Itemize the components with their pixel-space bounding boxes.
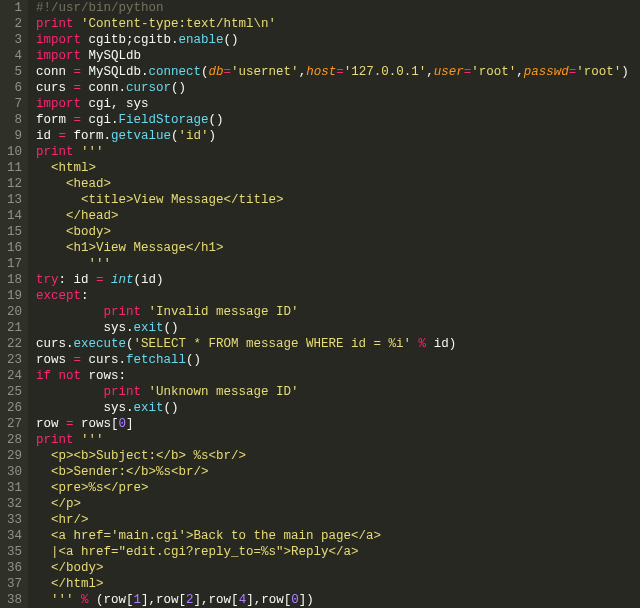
code-token: () (224, 33, 239, 47)
code-token: getvalue (111, 129, 171, 143)
line-number: 5 (4, 64, 22, 80)
code-editor[interactable]: 1234567891011121314151617181920212223242… (0, 0, 640, 608)
code-token: 'root' (471, 65, 516, 79)
code-token: <h1>View Message</h1> (36, 241, 224, 255)
code-line[interactable]: curs.execute('SELECT * FROM message WHER… (36, 336, 629, 352)
code-line[interactable]: <h1>View Message</h1> (36, 240, 629, 256)
code-token: #!/usr/bin/python (36, 1, 164, 15)
code-line[interactable]: curs = conn.cursor() (36, 80, 629, 96)
code-line[interactable]: <pre>%s</pre> (36, 480, 629, 496)
code-line[interactable]: </html> (36, 576, 629, 592)
code-token (51, 369, 59, 383)
code-token: % (81, 593, 89, 607)
code-token (74, 593, 82, 607)
code-token: = (224, 65, 232, 79)
code-token: cgi, sys (81, 97, 149, 111)
code-line[interactable]: <html> (36, 160, 629, 176)
code-token: = (59, 129, 67, 143)
line-number: 4 (4, 48, 22, 64)
code-token: ) (621, 65, 629, 79)
code-line[interactable]: <b>Sender:</b>%s<br/> (36, 464, 629, 480)
code-token: <p><b>Subject:</b> %s<br/> (36, 449, 246, 463)
code-token: 'SELECT * FROM message WHERE id = %i' (134, 337, 412, 351)
code-line[interactable]: conn = MySQLdb.connect(db='usernet',host… (36, 64, 629, 80)
code-line[interactable]: row = rows[0] (36, 416, 629, 432)
code-token: MySQLdb (81, 49, 141, 63)
code-line[interactable]: try: id = int(id) (36, 272, 629, 288)
code-token: ''' (81, 145, 104, 159)
code-line[interactable]: sys.exit() (36, 400, 629, 416)
code-line[interactable]: #!/usr/bin/python (36, 0, 629, 16)
code-token: <body> (36, 225, 111, 239)
code-token: curs (36, 81, 74, 95)
line-number: 32 (4, 496, 22, 512)
code-token: id) (426, 337, 456, 351)
code-token: ( (201, 65, 209, 79)
code-token: curs. (36, 337, 74, 351)
code-line[interactable]: import MySQLdb (36, 48, 629, 64)
code-token: : (81, 289, 89, 303)
code-token: int (111, 273, 134, 287)
code-token: ''' (81, 433, 104, 447)
code-token: = (336, 65, 344, 79)
code-line[interactable]: form = cgi.FieldStorage() (36, 112, 629, 128)
code-token: connect (149, 65, 202, 79)
code-line[interactable]: </head> (36, 208, 629, 224)
code-line[interactable]: <body> (36, 224, 629, 240)
code-line[interactable]: sys.exit() (36, 320, 629, 336)
code-line[interactable]: ''' % (row[1],row[2],row[4],row[0]) (36, 592, 629, 608)
code-line[interactable]: rows = curs.fetchall() (36, 352, 629, 368)
code-line[interactable]: import cgitb;cgitb.enable() (36, 32, 629, 48)
code-line[interactable]: if not rows: (36, 368, 629, 384)
code-token: import (36, 49, 81, 63)
code-token: form. (66, 129, 111, 143)
line-number: 25 (4, 384, 22, 400)
code-token: print (104, 385, 142, 399)
code-line[interactable]: print 'Invalid message ID' (36, 304, 629, 320)
code-token: import (36, 97, 81, 111)
code-token: <html> (36, 161, 96, 175)
code-line[interactable]: except: (36, 288, 629, 304)
code-token: cgi. (81, 113, 119, 127)
code-line[interactable]: <hr/> (36, 512, 629, 528)
code-line[interactable]: print ''' (36, 144, 629, 160)
line-number: 34 (4, 528, 22, 544)
line-number: 36 (4, 560, 22, 576)
line-number: 16 (4, 240, 22, 256)
code-token: = (74, 353, 82, 367)
code-content[interactable]: #!/usr/bin/pythonprint 'Content-type:tex… (28, 0, 629, 608)
code-line[interactable]: print ''' (36, 432, 629, 448)
code-token (411, 337, 419, 351)
code-token: ) (209, 129, 217, 143)
code-line[interactable]: <title>View Message</title> (36, 192, 629, 208)
code-token: () (186, 353, 201, 367)
code-line[interactable]: <p><b>Subject:</b> %s<br/> (36, 448, 629, 464)
code-token: rows[ (74, 417, 119, 431)
code-line[interactable]: </p> (36, 496, 629, 512)
line-number: 28 (4, 432, 22, 448)
code-line[interactable]: print 'Unknown message ID' (36, 384, 629, 400)
code-token: passwd (524, 65, 569, 79)
code-token: MySQLdb. (81, 65, 149, 79)
code-line[interactable]: </body> (36, 560, 629, 576)
code-line[interactable]: ''' (36, 256, 629, 272)
code-line[interactable]: <a href='main.cgi'>Back to the main page… (36, 528, 629, 544)
code-token: = (96, 273, 104, 287)
code-line[interactable]: id = form.getvalue('id') (36, 128, 629, 144)
code-line[interactable]: |<a href="edit.cgi?reply_to=%s">Reply</a… (36, 544, 629, 560)
line-number: 7 (4, 96, 22, 112)
code-token: <title>View Message</title> (36, 193, 284, 207)
line-number: 22 (4, 336, 22, 352)
code-line[interactable]: <head> (36, 176, 629, 192)
line-number: 27 (4, 416, 22, 432)
code-token: <head> (36, 177, 111, 191)
code-line[interactable]: print 'Content-type:text/html\n' (36, 16, 629, 32)
code-token: ],row[ (141, 593, 186, 607)
code-token: exit (134, 401, 164, 415)
code-line[interactable]: import cgi, sys (36, 96, 629, 112)
line-number: 12 (4, 176, 22, 192)
code-token: 'Invalid message ID' (149, 305, 299, 319)
code-token (36, 305, 104, 319)
code-token: , (516, 65, 524, 79)
code-token: print (36, 17, 74, 31)
